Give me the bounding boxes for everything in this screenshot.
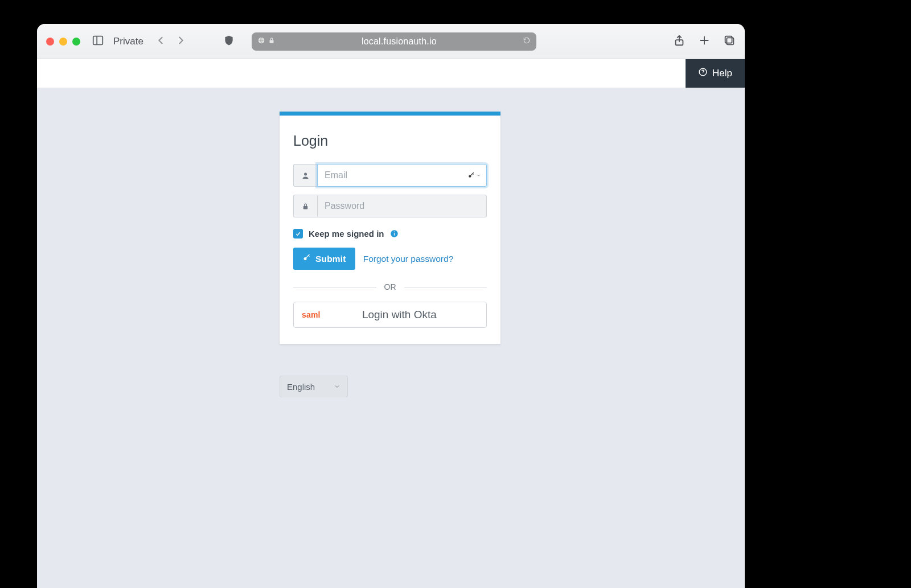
svg-rect-0 <box>93 36 103 44</box>
share-icon[interactable] <box>673 34 686 49</box>
nav-back-button[interactable] <box>156 35 166 48</box>
app-header: Help <box>37 59 745 88</box>
help-icon <box>698 67 708 80</box>
keep-signed-in-checkbox[interactable] <box>293 229 303 239</box>
window-controls <box>46 38 80 46</box>
svg-rect-15 <box>393 233 394 235</box>
keep-signed-in-row: Keep me signed in <box>293 229 487 239</box>
email-input[interactable] <box>317 164 487 187</box>
key-icon <box>302 253 311 264</box>
svg-point-16 <box>393 232 395 233</box>
lock-icon <box>293 195 317 217</box>
login-with-okta-button[interactable]: saml Login with Okta <box>293 302 487 328</box>
info-icon[interactable] <box>390 229 399 238</box>
private-mode-label: Private <box>113 36 143 47</box>
tab-overview-icon[interactable] <box>723 34 736 49</box>
help-label: Help <box>712 68 732 79</box>
forgot-password-link[interactable]: Forgot your password? <box>363 254 454 264</box>
globe-icon <box>257 36 265 47</box>
address-bar[interactable]: local.fusionauth.io <box>252 32 536 51</box>
svg-rect-8 <box>725 36 732 43</box>
window-fullscreen-button[interactable] <box>72 38 80 46</box>
tracking-shield-icon[interactable] <box>223 34 235 49</box>
svg-point-17 <box>304 257 307 260</box>
nav-forward-button[interactable] <box>175 35 186 48</box>
language-selected: English <box>287 382 315 392</box>
password-field-group <box>293 195 487 217</box>
window-minimize-button[interactable] <box>59 38 67 46</box>
language-select[interactable]: English <box>280 376 348 397</box>
idp-label: Login with Okta <box>321 309 478 321</box>
svg-rect-13 <box>303 205 308 209</box>
keep-signed-in-label: Keep me signed in <box>309 229 384 239</box>
help-button[interactable]: Help <box>686 59 745 88</box>
login-card: Login <box>280 112 500 344</box>
reload-icon[interactable] <box>523 36 531 47</box>
login-actions: Submit Forgot your password? <box>293 248 487 270</box>
login-title: Login <box>293 133 487 149</box>
svg-point-10 <box>703 73 703 74</box>
submit-button[interactable]: Submit <box>293 248 355 270</box>
browser-window: Private local.fusionauth.io <box>37 24 745 588</box>
page-content: Login <box>37 88 745 588</box>
chevron-down-icon <box>334 382 340 392</box>
email-field-group <box>293 164 487 187</box>
divider-label: OR <box>384 282 396 291</box>
login-divider: OR <box>293 282 487 291</box>
window-close-button[interactable] <box>46 38 54 46</box>
submit-label: Submit <box>315 254 346 264</box>
idp-badge: saml <box>302 310 321 319</box>
new-tab-icon[interactable] <box>698 34 711 49</box>
address-bar-url: local.fusionauth.io <box>276 36 523 47</box>
browser-titlebar: Private local.fusionauth.io <box>37 24 745 59</box>
user-icon <box>293 164 317 187</box>
svg-point-11 <box>304 172 307 175</box>
svg-rect-7 <box>727 38 733 44</box>
svg-rect-3 <box>269 40 273 43</box>
password-input[interactable] <box>317 195 487 217</box>
lock-icon <box>268 36 276 47</box>
sidebar-toggle-icon[interactable] <box>92 34 104 49</box>
